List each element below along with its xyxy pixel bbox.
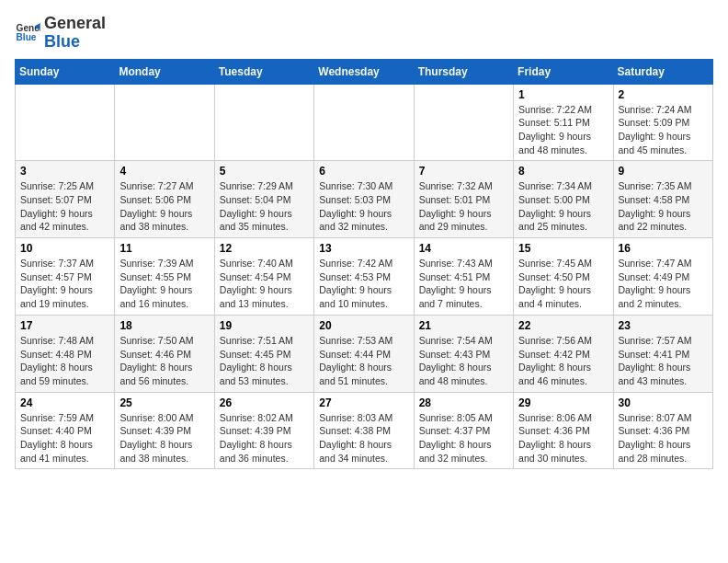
calendar-week-5: 24Sunrise: 7:59 AM Sunset: 4:40 PM Dayli… xyxy=(16,392,713,469)
calendar-cell xyxy=(314,84,414,161)
day-number: 9 xyxy=(619,165,708,178)
day-number: 20 xyxy=(319,319,408,332)
day-number: 8 xyxy=(518,165,608,178)
calendar-cell: 12Sunrise: 7:40 AM Sunset: 4:54 PM Dayli… xyxy=(214,238,313,316)
day-info: Sunrise: 7:42 AM Sunset: 4:53 PM Dayligh… xyxy=(319,257,408,311)
day-number: 12 xyxy=(220,242,309,255)
calendar-cell: 21Sunrise: 7:54 AM Sunset: 4:43 PM Dayli… xyxy=(414,315,513,392)
day-info: Sunrise: 7:24 AM Sunset: 5:09 PM Dayligh… xyxy=(619,103,708,157)
calendar-cell: 8Sunrise: 7:34 AM Sunset: 5:00 PM Daylig… xyxy=(514,161,613,238)
day-info: Sunrise: 7:50 AM Sunset: 4:46 PM Dayligh… xyxy=(119,334,209,388)
day-info: Sunrise: 7:22 AM Sunset: 5:11 PM Dayligh… xyxy=(518,103,608,157)
weekday-header-wednesday: Wednesday xyxy=(314,59,414,84)
calendar-week-2: 3Sunrise: 7:25 AM Sunset: 5:07 PM Daylig… xyxy=(16,161,713,238)
day-number: 21 xyxy=(419,319,508,332)
calendar-cell: 22Sunrise: 7:56 AM Sunset: 4:42 PM Dayli… xyxy=(514,315,613,392)
day-number: 7 xyxy=(419,165,508,178)
calendar-table: SundayMondayTuesdayWednesdayThursdayFrid… xyxy=(15,59,713,470)
day-info: Sunrise: 7:25 AM Sunset: 5:07 PM Dayligh… xyxy=(20,179,109,234)
day-number: 1 xyxy=(518,88,608,101)
day-number: 19 xyxy=(220,319,309,332)
day-info: Sunrise: 7:40 AM Sunset: 4:54 PM Dayligh… xyxy=(220,257,309,311)
day-info: Sunrise: 8:02 AM Sunset: 4:39 PM Dayligh… xyxy=(220,411,309,465)
day-number: 30 xyxy=(619,396,708,409)
calendar-header-row: SundayMondayTuesdayWednesdayThursdayFrid… xyxy=(16,59,713,84)
calendar-week-4: 17Sunrise: 7:48 AM Sunset: 4:48 PM Dayli… xyxy=(16,315,713,392)
day-number: 15 xyxy=(518,242,608,255)
logo-icon: General Blue xyxy=(15,20,40,46)
logo-text: GeneralBlue xyxy=(44,15,106,52)
calendar-cell: 25Sunrise: 8:00 AM Sunset: 4:39 PM Dayli… xyxy=(115,392,214,469)
calendar-cell xyxy=(115,84,214,161)
calendar-cell: 4Sunrise: 7:27 AM Sunset: 5:06 PM Daylig… xyxy=(115,161,214,238)
weekday-header-friday: Friday xyxy=(514,59,613,84)
day-number: 5 xyxy=(220,165,309,178)
day-info: Sunrise: 7:30 AM Sunset: 5:03 PM Dayligh… xyxy=(319,179,408,234)
day-info: Sunrise: 7:35 AM Sunset: 4:58 PM Dayligh… xyxy=(619,179,708,234)
calendar-cell: 26Sunrise: 8:02 AM Sunset: 4:39 PM Dayli… xyxy=(214,392,313,469)
weekday-header-saturday: Saturday xyxy=(613,59,712,84)
calendar-cell: 3Sunrise: 7:25 AM Sunset: 5:07 PM Daylig… xyxy=(16,161,115,238)
calendar-cell xyxy=(16,84,115,161)
weekday-header-thursday: Thursday xyxy=(414,59,513,84)
calendar-cell: 9Sunrise: 7:35 AM Sunset: 4:58 PM Daylig… xyxy=(613,161,712,238)
day-number: 23 xyxy=(619,319,708,332)
calendar-cell: 18Sunrise: 7:50 AM Sunset: 4:46 PM Dayli… xyxy=(115,315,214,392)
day-info: Sunrise: 7:45 AM Sunset: 4:50 PM Dayligh… xyxy=(518,257,608,311)
calendar-cell: 30Sunrise: 8:07 AM Sunset: 4:36 PM Dayli… xyxy=(613,392,712,469)
day-number: 26 xyxy=(220,396,309,409)
calendar-cell: 5Sunrise: 7:29 AM Sunset: 5:04 PM Daylig… xyxy=(214,161,313,238)
calendar-cell: 17Sunrise: 7:48 AM Sunset: 4:48 PM Dayli… xyxy=(16,315,115,392)
day-number: 6 xyxy=(319,165,408,178)
day-number: 29 xyxy=(518,396,608,409)
calendar-cell: 11Sunrise: 7:39 AM Sunset: 4:55 PM Dayli… xyxy=(115,238,214,316)
day-number: 17 xyxy=(20,319,109,332)
calendar-cell: 7Sunrise: 7:32 AM Sunset: 5:01 PM Daylig… xyxy=(414,161,513,238)
calendar-cell: 19Sunrise: 7:51 AM Sunset: 4:45 PM Dayli… xyxy=(214,315,313,392)
weekday-header-monday: Monday xyxy=(115,59,214,84)
calendar-week-1: 1Sunrise: 7:22 AM Sunset: 5:11 PM Daylig… xyxy=(16,84,713,161)
day-info: Sunrise: 7:29 AM Sunset: 5:04 PM Dayligh… xyxy=(220,179,309,234)
day-info: Sunrise: 7:53 AM Sunset: 4:44 PM Dayligh… xyxy=(319,334,408,388)
day-number: 10 xyxy=(20,242,109,255)
day-number: 2 xyxy=(619,88,708,101)
day-number: 4 xyxy=(119,165,209,178)
calendar-cell xyxy=(414,84,513,161)
calendar-cell: 29Sunrise: 8:06 AM Sunset: 4:36 PM Dayli… xyxy=(514,392,613,469)
day-number: 13 xyxy=(319,242,408,255)
day-number: 14 xyxy=(419,242,508,255)
day-info: Sunrise: 8:03 AM Sunset: 4:38 PM Dayligh… xyxy=(319,411,408,465)
day-info: Sunrise: 7:56 AM Sunset: 4:42 PM Dayligh… xyxy=(518,334,608,388)
calendar-cell: 27Sunrise: 8:03 AM Sunset: 4:38 PM Dayli… xyxy=(314,392,414,469)
day-info: Sunrise: 8:07 AM Sunset: 4:36 PM Dayligh… xyxy=(619,411,708,465)
day-info: Sunrise: 7:54 AM Sunset: 4:43 PM Dayligh… xyxy=(419,334,508,388)
day-number: 28 xyxy=(419,396,508,409)
day-info: Sunrise: 7:27 AM Sunset: 5:06 PM Dayligh… xyxy=(119,179,209,234)
day-info: Sunrise: 7:57 AM Sunset: 4:41 PM Dayligh… xyxy=(619,334,708,388)
day-info: Sunrise: 8:06 AM Sunset: 4:36 PM Dayligh… xyxy=(518,411,608,465)
page-header: General Blue GeneralBlue xyxy=(15,15,713,52)
day-number: 16 xyxy=(619,242,708,255)
logo: General Blue GeneralBlue xyxy=(15,15,106,52)
calendar-week-3: 10Sunrise: 7:37 AM Sunset: 4:57 PM Dayli… xyxy=(16,238,713,316)
day-info: Sunrise: 7:47 AM Sunset: 4:49 PM Dayligh… xyxy=(619,257,708,311)
day-number: 22 xyxy=(518,319,608,332)
day-number: 25 xyxy=(119,396,209,409)
calendar-cell: 23Sunrise: 7:57 AM Sunset: 4:41 PM Dayli… xyxy=(613,315,712,392)
day-info: Sunrise: 7:59 AM Sunset: 4:40 PM Dayligh… xyxy=(20,411,109,465)
weekday-header-sunday: Sunday xyxy=(16,59,115,84)
calendar-cell: 16Sunrise: 7:47 AM Sunset: 4:49 PM Dayli… xyxy=(613,238,712,316)
day-info: Sunrise: 7:43 AM Sunset: 4:51 PM Dayligh… xyxy=(419,257,508,311)
weekday-header-tuesday: Tuesday xyxy=(214,59,313,84)
calendar-cell: 24Sunrise: 7:59 AM Sunset: 4:40 PM Dayli… xyxy=(16,392,115,469)
day-info: Sunrise: 7:48 AM Sunset: 4:48 PM Dayligh… xyxy=(20,334,109,388)
calendar-cell: 6Sunrise: 7:30 AM Sunset: 5:03 PM Daylig… xyxy=(314,161,414,238)
calendar-cell: 2Sunrise: 7:24 AM Sunset: 5:09 PM Daylig… xyxy=(613,84,712,161)
svg-text:Blue: Blue xyxy=(17,32,37,42)
calendar-cell: 20Sunrise: 7:53 AM Sunset: 4:44 PM Dayli… xyxy=(314,315,414,392)
day-info: Sunrise: 8:05 AM Sunset: 4:37 PM Dayligh… xyxy=(419,411,508,465)
day-number: 27 xyxy=(319,396,408,409)
calendar-cell: 1Sunrise: 7:22 AM Sunset: 5:11 PM Daylig… xyxy=(514,84,613,161)
calendar-cell: 13Sunrise: 7:42 AM Sunset: 4:53 PM Dayli… xyxy=(314,238,414,316)
day-number: 24 xyxy=(20,396,109,409)
